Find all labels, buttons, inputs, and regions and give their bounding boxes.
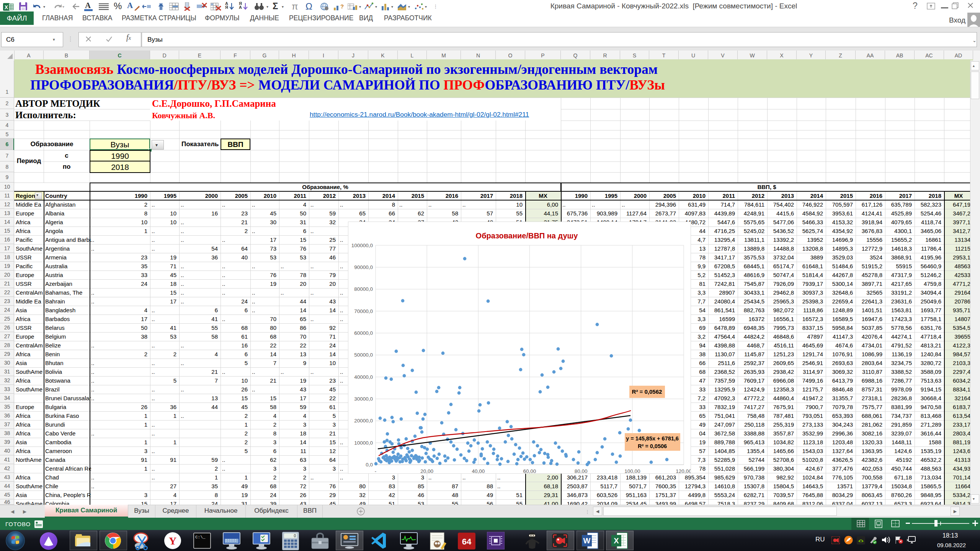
svg-text:64: 64	[462, 537, 472, 546]
svg-text:40000,0: 40000,0	[354, 374, 373, 380]
svg-text:Образование/ВВП на душу: Образование/ВВП на душу	[476, 231, 578, 240]
svg-text:-: -	[375, 468, 377, 474]
svg-text:R² = 0,0562: R² = 0,0562	[632, 388, 662, 395]
svg-text:120,00: 120,00	[676, 468, 691, 474]
svg-text:y = 145,85x + 6781,6: y = 145,85x + 6781,6	[626, 435, 679, 442]
svg-text:C:\_: C:\_	[195, 535, 206, 540]
svg-text:X: X	[5, 4, 8, 10]
svg-text:10000,0: 10000,0	[354, 440, 373, 446]
svg-text:?: ?	[340, 3, 344, 10]
svg-text:X: X	[614, 536, 619, 545]
svg-text:60000,0: 60000,0	[354, 330, 373, 336]
svg-text:0: 0	[294, 534, 296, 538]
svg-text:50000,0: 50000,0	[354, 352, 373, 358]
svg-text:90000,0: 90000,0	[354, 264, 373, 270]
svg-text:30000,0: 30000,0	[354, 396, 373, 402]
svg-text:40,00: 40,00	[472, 468, 485, 474]
svg-text:100000,0: 100000,0	[351, 243, 373, 248]
svg-text:Y: Y	[169, 535, 176, 547]
svg-text:R² = 0,0506: R² = 0,0506	[638, 443, 667, 449]
svg-text:20,00: 20,00	[420, 468, 433, 474]
svg-text:20000,0: 20000,0	[354, 418, 373, 424]
svg-text:80000,0: 80000,0	[354, 286, 373, 292]
svg-text:100,00: 100,00	[624, 468, 640, 474]
svg-text:80,00: 80,00	[575, 468, 588, 474]
svg-text:70000,0: 70000,0	[354, 308, 373, 314]
svg-text:0,0: 0,0	[366, 462, 373, 468]
svg-text:W: W	[583, 536, 591, 545]
svg-text:60,00: 60,00	[523, 468, 536, 474]
